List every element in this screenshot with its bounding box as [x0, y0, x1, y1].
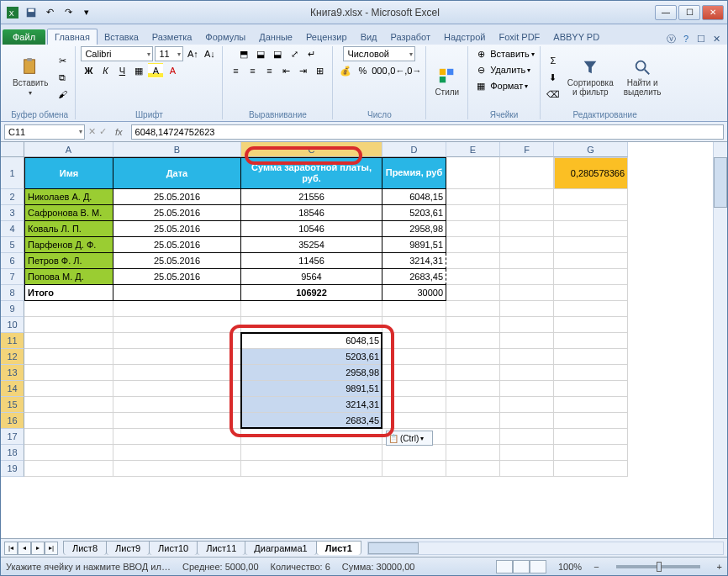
format-painter-icon[interactable]: 🖌 [55, 87, 70, 102]
font-size-combo[interactable]: 11 [155, 46, 183, 61]
cell[interactable] [446, 189, 500, 205]
column-header-F[interactable]: F [500, 142, 554, 157]
qat-dropdown-icon[interactable]: ▾ [78, 4, 95, 21]
cell[interactable] [24, 349, 113, 365]
cell[interactable] [554, 333, 628, 349]
currency-icon[interactable]: 💰 [338, 63, 353, 78]
cell[interactable] [382, 461, 446, 477]
minimize-button[interactable]: — [655, 5, 677, 20]
cell[interactable] [500, 269, 554, 285]
scrollbar-thumb[interactable] [714, 157, 727, 208]
formula-input[interactable]: 6048,14724752623 [131, 124, 724, 140]
cell[interactable] [554, 349, 628, 365]
column-header-B[interactable]: B [113, 142, 241, 157]
cell[interactable] [446, 365, 500, 381]
cell[interactable] [24, 397, 113, 413]
decrease-indent-icon[interactable]: ⇤ [278, 63, 293, 78]
column-header-C[interactable]: C [241, 142, 382, 157]
cell[interactable] [382, 445, 446, 461]
decrease-font-icon[interactable]: A↓ [202, 46, 217, 61]
cell[interactable]: 25.05.2016 [113, 189, 241, 205]
align-right-icon[interactable]: ≡ [261, 63, 277, 78]
sheet-nav-next-icon[interactable]: ▸ [31, 542, 45, 555]
cell[interactable] [382, 397, 446, 413]
paste-button[interactable]: Вставить ▾ [9, 56, 51, 98]
cell[interactable] [24, 317, 113, 333]
cell[interactable] [24, 333, 113, 349]
ribbon-tab-home[interactable]: Главная [47, 29, 98, 45]
row-header-3[interactable]: 3 [1, 205, 24, 221]
cell[interactable] [500, 413, 554, 429]
copy-icon[interactable]: ⧉ [55, 70, 70, 85]
help-icon[interactable]: ? [680, 33, 692, 45]
zoom-in-icon[interactable]: + [717, 562, 722, 572]
ribbon-tab-addins[interactable]: Надстрой [437, 29, 492, 45]
cell[interactable] [113, 365, 241, 381]
row-header-16[interactable]: 16 [1, 413, 24, 429]
align-left-icon[interactable]: ≡ [228, 63, 243, 78]
cell[interactable]: 3214,31 [382, 253, 446, 269]
window-close-icon[interactable]: ✕ [710, 33, 722, 45]
align-middle-icon[interactable]: ⬓ [253, 46, 268, 61]
minimize-ribbon-icon[interactable]: ⓥ [665, 33, 677, 45]
cell[interactable]: Николаев А. Д. [24, 189, 113, 205]
cell[interactable]: 6048,15 [241, 333, 382, 349]
cell[interactable]: Премия, руб [382, 157, 446, 189]
cell[interactable] [554, 429, 628, 445]
cell[interactable]: 5203,61 [382, 205, 446, 221]
sheet-tab[interactable]: Лист8 [63, 541, 107, 555]
zoom-level[interactable]: 100% [558, 562, 582, 572]
cell[interactable]: 10546 [241, 221, 382, 237]
cell[interactable]: Сафронова В. М. [24, 205, 113, 221]
cell[interactable] [446, 349, 500, 365]
ribbon-tab-review[interactable]: Рецензир [299, 29, 354, 45]
sheet-tab[interactable]: Лист1 [316, 541, 361, 555]
page-break-view-icon[interactable] [530, 560, 546, 573]
sheet-tab[interactable]: Диаграмма1 [245, 541, 316, 555]
cell[interactable] [446, 221, 500, 237]
cell[interactable] [446, 317, 500, 333]
increase-font-icon[interactable]: A↑ [185, 46, 200, 61]
cell[interactable]: 0,280578366 [554, 157, 628, 189]
cell[interactable] [554, 237, 628, 253]
name-box[interactable]: C11 [4, 124, 85, 140]
cell[interactable]: 9891,51 [241, 381, 382, 397]
cell[interactable]: 25.05.2016 [113, 237, 241, 253]
autosum-icon[interactable]: Σ [546, 53, 561, 68]
cell[interactable]: 2958,98 [241, 365, 382, 381]
cell[interactable] [446, 413, 500, 429]
cell[interactable] [554, 381, 628, 397]
cell[interactable] [241, 317, 382, 333]
cell[interactable] [24, 381, 113, 397]
cell[interactable] [113, 413, 241, 429]
ribbon-tab-view[interactable]: Вид [354, 29, 384, 45]
row-header-17[interactable]: 17 [1, 429, 24, 445]
cell[interactable] [554, 253, 628, 269]
cell[interactable] [500, 221, 554, 237]
cut-icon[interactable]: ✂ [55, 53, 70, 68]
format-cells-button[interactable]: ▦Формат▾ [473, 78, 528, 93]
align-bottom-icon[interactable]: ⬓ [270, 46, 285, 61]
cell[interactable] [500, 349, 554, 365]
cell[interactable] [500, 237, 554, 253]
cell[interactable]: 25.05.2016 [113, 221, 241, 237]
undo-icon[interactable]: ↶ [41, 4, 58, 21]
cell[interactable] [241, 429, 382, 445]
cell[interactable] [382, 413, 446, 429]
row-header-6[interactable]: 6 [1, 253, 24, 269]
cell[interactable]: 30000 [382, 285, 446, 301]
row-header-18[interactable]: 18 [1, 445, 24, 461]
cell[interactable] [113, 429, 241, 445]
cell[interactable] [500, 157, 554, 189]
cell[interactable] [24, 445, 113, 461]
cell[interactable]: Петров Ф. Л. [24, 253, 113, 269]
file-tab[interactable]: Файл [3, 29, 45, 45]
align-center-icon[interactable]: ≡ [245, 63, 260, 78]
cell[interactable] [446, 269, 500, 285]
fill-icon[interactable]: ⬇ [546, 70, 561, 85]
cell[interactable] [554, 221, 628, 237]
scrollbar-thumb[interactable] [368, 542, 419, 554]
cell[interactable]: 6048,15 [382, 189, 446, 205]
cell[interactable] [554, 413, 628, 429]
row-header-13[interactable]: 13 [1, 365, 24, 381]
